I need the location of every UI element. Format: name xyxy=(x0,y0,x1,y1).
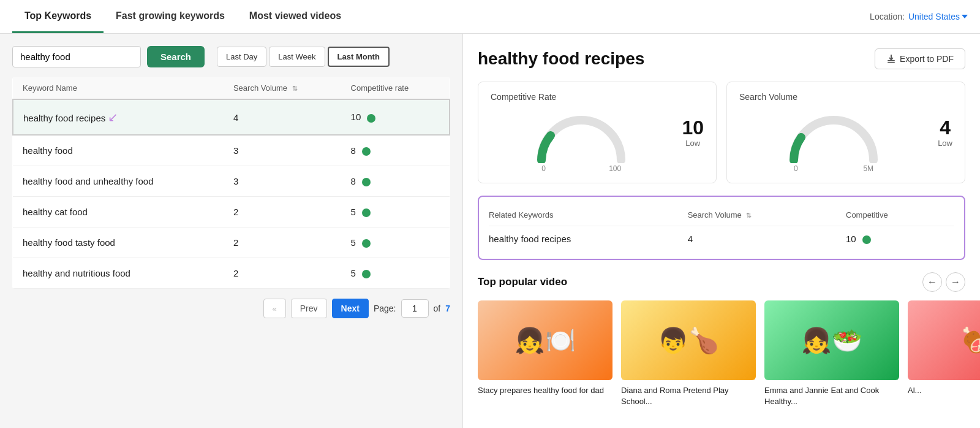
table-row[interactable]: healthy food 3 8 xyxy=(13,135,450,166)
competitive-dot xyxy=(362,147,371,156)
svg-rect-1 xyxy=(891,55,892,59)
competitive-cell: 5 xyxy=(341,227,450,258)
location-label: Location: xyxy=(870,12,905,21)
gauge-volume-level: Low xyxy=(938,139,952,148)
col-header-competitive: Competitive rate xyxy=(341,77,450,99)
gauge-competitive-visual: 0 100 xyxy=(491,108,672,173)
volume-cell: 2 xyxy=(224,227,341,258)
video-title: Al... xyxy=(908,385,980,396)
thumb-emoji: 👧🥗 xyxy=(764,300,899,380)
time-filters: Last Day Last Week Last Month xyxy=(217,47,390,67)
prev-page-button[interactable]: Prev xyxy=(291,299,327,318)
first-page-button[interactable]: « xyxy=(263,299,286,318)
related-col-volume: Search Volume ⇅ xyxy=(688,207,846,226)
popular-title: Top popular video xyxy=(478,276,567,288)
col-header-volume: Search Volume ⇅ xyxy=(224,77,341,99)
col-header-keyword: Keyword Name xyxy=(13,77,224,99)
detail-title: healthy food recipes xyxy=(478,49,644,69)
related-keywords-section: Related Keywords Search Volume ⇅ Competi… xyxy=(478,196,965,260)
table-row[interactable]: healthy food recipes ↙ 4 10 xyxy=(13,99,450,135)
related-table: Related Keywords Search Volume ⇅ Competi… xyxy=(489,207,954,249)
volume-cell: 3 xyxy=(224,135,341,166)
double-arrow-icon: « xyxy=(273,304,277,313)
competitive-cell: 8 xyxy=(341,166,450,197)
thumb-emoji: 👧🍽️ xyxy=(478,300,612,380)
competitive-rate-card: Competitive Rate 0 100 xyxy=(478,82,717,183)
table-row[interactable]: healthy food tasty food 2 5 xyxy=(13,227,450,258)
search-button[interactable]: Search xyxy=(147,46,205,67)
left-panel: Search Last Day Last Week Last Month Key… xyxy=(0,34,462,428)
competitive-dot xyxy=(362,239,371,248)
location-selector: Location: United States xyxy=(870,12,968,21)
location-value[interactable]: United States xyxy=(908,12,968,21)
gauge-volume-value-area: 4 Low xyxy=(938,118,952,148)
related-table-row[interactable]: healthy food recipes 4 10 xyxy=(489,226,954,250)
related-competitive-cell: 10 xyxy=(846,226,954,250)
svg-rect-2 xyxy=(888,62,895,63)
gauge-volume-visual: 0 5M xyxy=(739,108,928,173)
time-btn-last-week[interactable]: Last Week xyxy=(269,47,325,67)
competitive-cell: 5 xyxy=(341,258,450,289)
thumb-emoji: 👦🍗 xyxy=(621,300,756,380)
nav-tabs: Top Keywords Fast growing keywords Most … xyxy=(12,0,353,33)
video-card[interactable]: 👦🍗 Diana and Roma Pretend Play School... xyxy=(621,300,756,407)
page-label: Page: xyxy=(374,304,396,313)
video-title: Stacy prepares healthy food for dad xyxy=(478,385,612,396)
keyword-cell: healthy and nutritious food xyxy=(13,258,224,289)
related-volume-cell: 4 xyxy=(688,226,846,250)
gauge-volume-left: Search Volume 0 5M xyxy=(739,92,928,173)
main-layout: Search Last Day Last Week Last Month Key… xyxy=(0,34,980,428)
video-next-button[interactable]: → xyxy=(946,272,965,292)
popular-video-section: Top popular video ← → 👧🍽️ Stacy prepares… xyxy=(478,272,965,407)
top-navigation: Top Keywords Fast growing keywords Most … xyxy=(0,0,980,34)
keyword-cell: healthy food tasty food xyxy=(13,227,224,258)
table-row[interactable]: healthy cat food 2 5 xyxy=(13,197,450,227)
video-card[interactable]: 👧🍽️ Stacy prepares healthy food for dad xyxy=(478,300,612,407)
competitive-cell: 5 xyxy=(341,197,450,227)
detail-header: healthy food recipes Export to PDF xyxy=(478,48,965,69)
video-card[interactable]: 🍖 Al... xyxy=(908,300,980,407)
time-btn-last-month[interactable]: Last Month xyxy=(328,47,390,67)
chevron-down-icon xyxy=(962,15,968,18)
volume-cell: 4 xyxy=(224,99,341,135)
competitive-cell: 8 xyxy=(341,135,450,166)
page-input[interactable] xyxy=(401,299,429,318)
related-col-competitive: Competitive xyxy=(846,207,954,226)
competitive-dot xyxy=(362,208,371,217)
table-row[interactable]: healthy food and unhealthy food 3 8 xyxy=(13,166,450,197)
competitive-dot xyxy=(367,114,375,123)
total-pages: 7 xyxy=(445,304,450,313)
related-dot xyxy=(862,235,871,244)
video-cards: 👧🍽️ Stacy prepares healthy food for dad … xyxy=(478,300,965,407)
volume-cell: 2 xyxy=(224,197,341,227)
time-btn-last-day[interactable]: Last Day xyxy=(217,47,266,67)
keyword-cell: healthy food xyxy=(13,135,224,166)
gauge-volume-axis: 0 5M xyxy=(794,164,873,173)
gauge-competitive-value-area: 10 Low xyxy=(682,118,704,148)
table-row[interactable]: healthy and nutritious food 2 5 xyxy=(13,258,450,289)
tab-fast-growing[interactable]: Fast growing keywords xyxy=(104,0,237,33)
related-keyword-cell: healthy food recipes xyxy=(489,226,688,250)
export-button[interactable]: Export to PDF xyxy=(875,48,965,69)
video-thumbnail: 👦🍗 xyxy=(621,300,756,380)
search-bar: Search Last Day Last Week Last Month xyxy=(12,46,450,67)
video-prev-button[interactable]: ← xyxy=(922,272,942,292)
gauge-competitive-axis: 0 100 xyxy=(541,164,621,173)
tab-most-viewed[interactable]: Most viewed videos xyxy=(237,0,353,33)
video-title: Emma and Jannie Eat and Cook Healthy... xyxy=(764,385,899,407)
keyword-table: Keyword Name Search Volume ⇅ Competitive… xyxy=(12,77,450,289)
gauge-volume-label: Search Volume xyxy=(739,92,928,102)
video-thumbnail: 👧🥗 xyxy=(764,300,899,380)
video-thumbnail: 👧🍽️ xyxy=(478,300,612,380)
keyword-cell: healthy food and unhealthy food xyxy=(13,166,224,197)
pagination: « Prev Next Page: of 7 xyxy=(12,299,450,318)
sort-icon: ⇅ xyxy=(292,85,298,93)
competitive-dot xyxy=(362,270,371,278)
search-input[interactable] xyxy=(12,46,141,67)
next-page-button[interactable]: Next xyxy=(332,299,369,318)
tab-top-keywords[interactable]: Top Keywords xyxy=(12,0,104,33)
video-card[interactable]: 👧🥗 Emma and Jannie Eat and Cook Healthy.… xyxy=(764,300,899,407)
gauge-competitive-value: 10 xyxy=(682,118,704,137)
related-sort-icon: ⇅ xyxy=(746,212,752,220)
thumb-emoji: 🍖 xyxy=(908,300,980,380)
